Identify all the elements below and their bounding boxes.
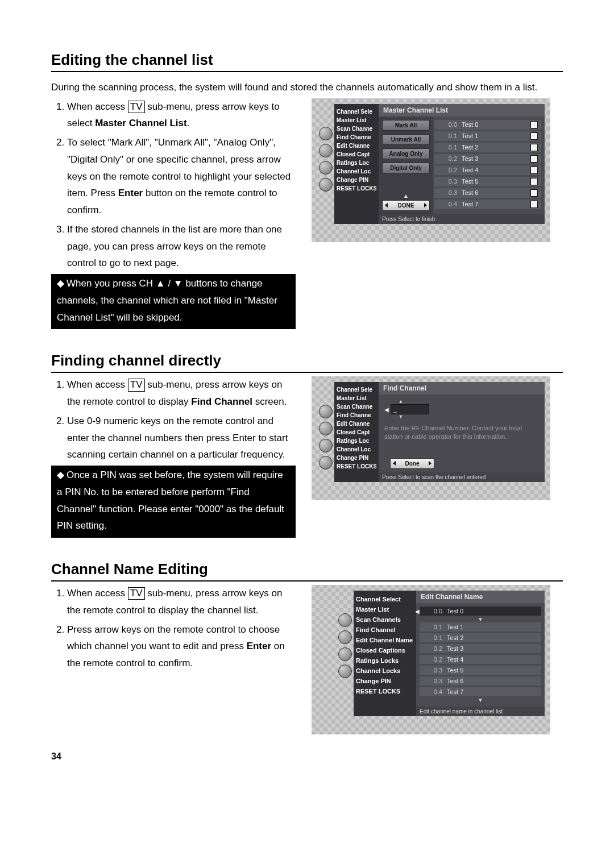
sidebar-item[interactable]: Change PIN xyxy=(356,676,414,686)
checkbox-icon[interactable] xyxy=(530,155,538,163)
channel-name: Test 2 xyxy=(447,634,538,641)
osd-tab-icon[interactable] xyxy=(319,439,333,452)
channel-row[interactable]: 0.3Test 6 xyxy=(420,676,541,686)
osd-tab-icon[interactable] xyxy=(338,630,352,644)
channel-name: Test 3 xyxy=(447,645,538,652)
sidebar-item[interactable]: Edit Channe xyxy=(337,420,376,428)
channel-row[interactable]: 0.2Test 3 xyxy=(434,154,541,164)
channel-row[interactable]: 0.2Test 4 xyxy=(420,655,541,664)
section3-steps: When access TV sub-menu, press arrow key… xyxy=(51,585,296,672)
channel-row-selected[interactable]: ◀ 0.0Test 0 xyxy=(420,607,541,616)
checkbox-icon[interactable] xyxy=(530,178,538,185)
sidebar-item[interactable]: Edit Channel Name xyxy=(356,635,414,645)
channel-row[interactable]: 0.2Test 3 xyxy=(420,644,541,653)
sidebar-item[interactable]: RESET LOCKS xyxy=(356,686,414,696)
sidebar-item[interactable]: Ratings Loc xyxy=(337,159,376,167)
channel-row[interactable]: 0.1Test 2 xyxy=(420,633,541,642)
channel-row[interactable]: 0.0Test 0 xyxy=(434,120,541,130)
osd-tab-icon[interactable] xyxy=(319,456,333,470)
sidebar-item[interactable]: Scan Channe xyxy=(337,402,376,411)
sidebar-item[interactable]: Channel Sele xyxy=(337,385,376,394)
osd-title: Master Channel List xyxy=(379,104,545,117)
analog-only-button[interactable]: Analog Only xyxy=(382,148,430,159)
osd-title: Edit Channel Name xyxy=(416,591,545,603)
channel-row[interactable]: 0.3Test 5 xyxy=(420,666,541,675)
mark-all-button[interactable]: Mark All xyxy=(382,120,430,131)
checkbox-icon[interactable] xyxy=(530,201,538,208)
sidebar-item[interactable]: Master List xyxy=(337,394,376,402)
channel-name: Test 1 xyxy=(447,624,538,630)
sidebar-item[interactable]: Master List xyxy=(337,116,376,124)
channel-row[interactable]: 0.1Test 1 xyxy=(420,622,541,632)
section2-steps: When access TV sub-menu, press arrow key… xyxy=(51,376,296,463)
channel-row[interactable]: 0.2Test 4 xyxy=(434,165,541,175)
channel-row[interactable]: 0.4Test 7 xyxy=(434,200,541,209)
channel-number-input[interactable]: _ xyxy=(391,404,429,414)
osd-tab-icon[interactable] xyxy=(319,161,333,175)
sidebar-item[interactable]: RESET LOCKS xyxy=(337,184,376,193)
osd-tab-icon[interactable] xyxy=(319,144,333,157)
sidebar-item[interactable]: Scan Channels xyxy=(356,614,414,625)
up-arrow-icon: ▲ xyxy=(384,399,417,404)
done-button[interactable]: Done xyxy=(390,458,434,469)
osd-tab-icon[interactable] xyxy=(319,422,333,435)
sidebar-item[interactable]: Closed Capt xyxy=(337,150,376,159)
section1-step2: To select "Mark All", "Unmark All", "Ana… xyxy=(67,134,296,219)
channel-num: 0.2 xyxy=(438,155,462,162)
channel-name: Test 6 xyxy=(447,678,538,684)
digital-only-button[interactable]: Digital Only xyxy=(382,163,430,173)
unmark-all-button[interactable]: Unmark All xyxy=(382,134,430,145)
osd-tab-icon[interactable] xyxy=(338,613,352,627)
channel-row[interactable]: 0.1Test 1 xyxy=(434,131,541,141)
sidebar-item[interactable]: Ratings Locks xyxy=(356,655,414,666)
osd-tab-icon[interactable] xyxy=(319,405,333,418)
sidebar-item[interactable]: Channel Select xyxy=(356,594,414,604)
tv-box: TV xyxy=(128,101,145,113)
sidebar-item[interactable]: Find Channe xyxy=(337,133,376,142)
channel-num: 0.3 xyxy=(438,189,462,196)
sidebar-item[interactable]: Channel Loc xyxy=(337,167,376,176)
osd-tab-icon[interactable] xyxy=(338,665,352,678)
channel-row[interactable]: 0.3Test 6 xyxy=(434,188,541,198)
channel-num: 0.0 xyxy=(438,121,462,128)
sidebar-item[interactable]: Closed Captions xyxy=(356,645,414,655)
sidebar-item[interactable]: Closed Capt xyxy=(337,428,376,437)
osd-edit-channel-name: Channel Select Master List Scan Channels… xyxy=(312,585,550,734)
checkbox-icon[interactable] xyxy=(530,167,538,174)
channel-name: Test 7 xyxy=(462,201,530,207)
sidebar-item[interactable]: Scan Channe xyxy=(337,124,376,133)
sidebar-item[interactable]: Edit Channe xyxy=(337,142,376,150)
osd-tab-icon[interactable] xyxy=(338,647,352,661)
osd-tab-icons xyxy=(317,382,334,482)
channel-name: Test 1 xyxy=(462,132,530,139)
sidebar-item[interactable]: Change PIN xyxy=(337,176,376,184)
channel-row[interactable]: 0.3Test 5 xyxy=(434,177,541,186)
channel-num: 0.1 xyxy=(423,624,447,630)
text-bold: Enter xyxy=(247,641,271,651)
section1-title: Editing the channel list xyxy=(51,51,563,72)
osd-tab-icon[interactable] xyxy=(319,127,333,140)
done-button[interactable]: DONE xyxy=(382,200,430,211)
sidebar-item[interactable]: Channel Sele xyxy=(337,107,376,116)
checkbox-icon[interactable] xyxy=(530,132,538,140)
channel-row[interactable]: 0.1Test 2 xyxy=(434,143,541,152)
sidebar-item[interactable]: Ratings Loc xyxy=(337,437,376,445)
text: screen. xyxy=(252,396,287,407)
osd-sidemenu: Channel Sele Master List Scan Channe Fin… xyxy=(334,382,379,482)
sidebar-item[interactable]: Channel Loc xyxy=(337,445,376,454)
up-arrow-icon: ▲ xyxy=(382,193,430,199)
channel-name: Test 3 xyxy=(462,155,530,162)
channel-row[interactable]: 0.4Test 7 xyxy=(420,687,541,696)
sidebar-item[interactable]: Change PIN xyxy=(337,454,376,462)
sidebar-item[interactable]: RESET LOCKS xyxy=(337,462,376,471)
checkbox-icon[interactable] xyxy=(530,189,538,197)
sidebar-item[interactable]: Find Channe xyxy=(337,411,376,420)
checkbox-icon[interactable] xyxy=(530,144,538,151)
checkbox-icon[interactable] xyxy=(530,121,538,128)
sidebar-item[interactable]: Find Channel xyxy=(356,625,414,635)
osd-tab-icon[interactable] xyxy=(319,178,333,192)
sidebar-item[interactable]: Channel Locks xyxy=(356,666,414,676)
section3-step1: When access TV sub-menu, press arrow key… xyxy=(67,585,296,619)
sidebar-item[interactable]: Master List xyxy=(356,604,414,614)
section1-step3: If the stored channels in the list are m… xyxy=(67,221,296,272)
